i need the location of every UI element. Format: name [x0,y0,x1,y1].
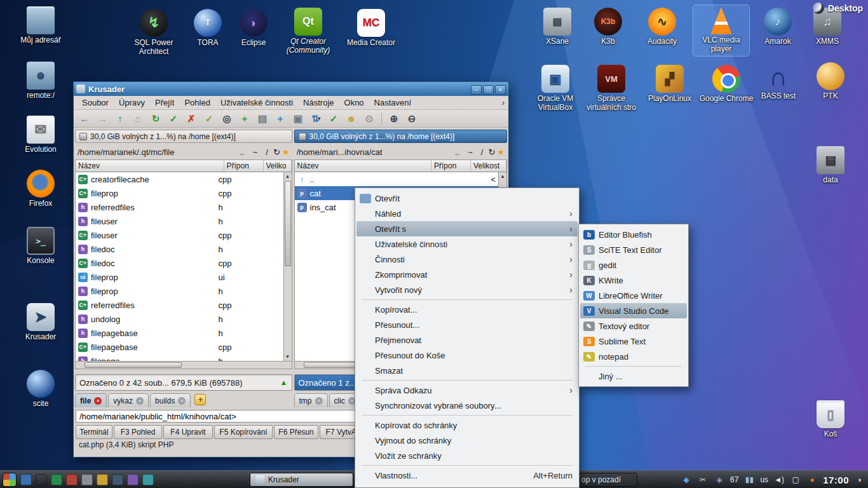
menu-item-vlo-it-ze-schr-nky[interactable]: Vložit ze schránky [356,448,578,463]
file-row[interactable]: ↑..< [295,172,499,186]
notifier-icon[interactable]: ▢ [790,474,801,485]
quick-launch-5-icon[interactable] [97,474,108,485]
up-icon[interactable]: ↑ [112,111,128,126]
menu-item-libreoffice-writer[interactable]: WLibreOffice Writer [580,288,687,303]
new-folder-icon[interactable]: + [236,111,253,126]
tab-close-icon[interactable]: × [178,397,186,405]
menu-item-sublime-text[interactable]: SSublime Text [580,334,687,349]
taskbar-task-krusader[interactable]: Krusader [250,473,353,487]
close-button[interactable]: × [495,85,506,95]
menu-item-p-esunout-do-ko-e[interactable]: Přesunout do Koše [356,348,578,363]
file-row[interactable]: hreferredfilesh [76,200,283,214]
network-icon[interactable]: ▮▮ [743,474,755,485]
scrollbar-thumb[interactable] [85,362,182,368]
desktop-icon-remote[interactable]: ⊚remote:/ [13,60,69,102]
new-tab-icon[interactable]: + [272,111,288,126]
panel-tab[interactable]: builds× [150,393,191,407]
breadcrumb-shortcut[interactable]: .. [452,147,463,158]
forward-icon[interactable]: → [94,111,111,126]
menu-item-textov-editor[interactable]: ✎Textový editor [580,318,687,334]
desktop-icon-firefox[interactable]: Firefox [13,168,69,210]
kickoff-menu-icon[interactable] [3,473,17,487]
menu-okno[interactable]: Okno [340,97,369,109]
klipper-icon[interactable]: ✂ [697,474,709,485]
refresh-icon[interactable]: ↻ [488,147,495,157]
desktop-icon-scite[interactable]: scite [13,369,69,410]
show-desktop-icon[interactable] [20,474,32,485]
desktop-icon-media-creator[interactable]: MCMedia Creator [343,8,399,50]
menu-p-ej-t[interactable]: Přejít [151,97,179,109]
tab-close-icon[interactable]: × [315,397,323,405]
menu-item-kop-rovat-do-schr-nky[interactable]: Kopírovat do schránky [356,417,578,433]
breadcrumb-shortcut[interactable]: .. [236,147,247,158]
desktop-icon-amarok[interactable]: ♪Amarok [750,6,806,48]
menu-item-otev-t[interactable]: Otevřít [356,191,578,206]
tab-close-icon[interactable]: × [136,397,144,405]
file-row[interactable]: hfileuserh [76,214,283,228]
refresh-icon[interactable]: ↻ [273,147,280,157]
desktop-icon-xsane[interactable]: ▤XSane [529,6,585,48]
file-row[interactable]: hundologh [76,312,283,326]
scrollbar-thumb[interactable] [285,181,291,266]
menu-soubor[interactable]: Soubor [78,97,113,109]
menu-item-editor-bluefish[interactable]: bEditor Bluefish [580,227,687,242]
menu-item-n-hled[interactable]: Náhled› [356,206,578,221]
menu-item-smazat[interactable]: Smazat [356,363,578,378]
desktop-icon-playonlinux[interactable]: ▞PlayOnLinux [642,64,698,105]
keyboard-layout-indicator[interactable]: us [760,475,768,484]
file-row[interactable]: hfileproph [76,284,283,298]
desktop-icon-k3b[interactable]: K3bK3b [580,6,636,48]
apply-icon[interactable]: ✓ [201,111,217,126]
menu-item-visual-studio-code[interactable]: VVisual Studio Code [580,303,687,318]
desktop-icon-audacity[interactable]: ∿Audacity [634,6,690,48]
quick-launch-8-icon[interactable] [142,474,154,485]
breadcrumb-shortcut[interactable]: ~ [250,147,261,158]
file-row[interactable]: hfilepageh [76,354,283,361]
menu-item-vytvo-it-nov-[interactable]: Vytvořit nový› [356,282,578,297]
file-row[interactable]: C+filepropcpp [76,186,283,200]
desktop-icon-home-folder[interactable]: Můj adresář [13,5,69,47]
menu-item--innosti[interactable]: Činnosti› [356,252,578,267]
fn-key-termin-l[interactable]: Terminál [76,425,112,439]
search-icon[interactable]: ◎ [219,111,235,126]
column-header[interactable]: Přípon [431,160,471,172]
bluetooth-icon[interactable]: ◈ [714,474,725,485]
bookmark-star-icon[interactable]: ★ [497,147,505,157]
scroll-up-arrow[interactable]: ▲ [499,172,506,180]
menu-item-p-ejmenovat[interactable]: Přejmenovat [356,332,578,348]
panel-tab[interactable]: file× [75,393,107,407]
menu-item-vlastnosti-[interactable]: Vlastnosti...Alt+Return [356,468,578,483]
breadcrumb-path[interactable]: /home/mari...ihovna/cat [297,147,450,157]
bookmark-star-icon[interactable]: ★ [282,147,290,157]
maximize-button[interactable]: □ [483,85,494,95]
fn-key-f6-p-esun[interactable]: F6 Přesun [274,425,318,439]
zoom-out-icon[interactable]: ⊖ [403,111,420,126]
view-file-icon[interactable]: ▤ [254,111,271,126]
new-tab-button[interactable]: + [194,394,206,405]
fn-key-f5-kop-rov-n-[interactable]: F5 Kopírování [214,425,273,439]
compare-icon[interactable]: ✓ [325,111,342,126]
desktop-icon-konsole[interactable]: >_Konsole [13,226,69,268]
zoom-in-icon[interactable]: ⊕ [386,111,402,126]
desktop-icon-qt-creator[interactable]: QtQt Creator (Community) [280,6,336,57]
desktop-icon-eclipse[interactable]: ◗Eclipse [226,8,281,50]
menu-item-vyjmout-do-schr-nky[interactable]: Vyjmout do schránky [356,433,578,448]
file-row[interactable]: C+filedoccpp [76,256,283,270]
fn-key-f4-upravit[interactable]: F4 Upravit [163,425,213,439]
quick-launch-7-icon[interactable] [127,474,139,485]
device-notifier-icon[interactable]: ◆ [681,474,692,485]
desktop-icon-google-chrome[interactable]: Google Chrome [698,64,754,105]
quick-launch-6-icon[interactable] [112,474,123,485]
right-disk-info-button[interactable]: 30,0 GiB volných z 1...%) na /home [(ext… [294,130,508,143]
home-icon[interactable]: ⌂ [130,111,146,126]
tab-close-icon[interactable]: × [94,397,102,405]
menu-item-jin-[interactable]: Jiný ... [580,369,687,384]
menu-item-p-esunout-[interactable]: Přesunout... [356,317,578,332]
cancel-icon[interactable]: ✗ [183,111,200,126]
refresh-icon[interactable]: ↻ [147,111,164,126]
column-header[interactable]: Velikost [471,160,506,172]
file-row[interactable]: C+referredfilescpp [76,298,283,312]
minimize-button[interactable]: – [471,85,482,95]
desktop-icon-evolution[interactable]: ✉Evolution [13,114,69,156]
clock-icon[interactable]: ● [806,474,818,485]
